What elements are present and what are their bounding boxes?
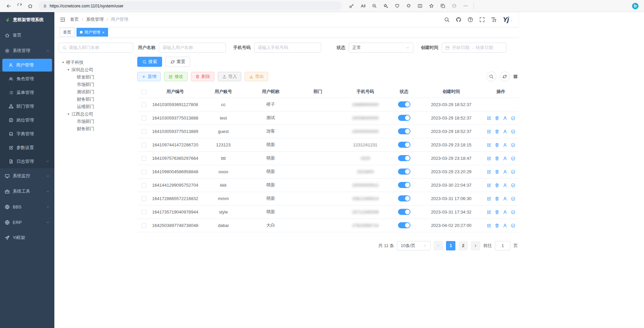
- password-key-icon[interactable]: [346, 1, 357, 11]
- page-size-select[interactable]: 10条/页: [397, 241, 431, 250]
- prev-page-button[interactable]: [434, 241, 443, 250]
- app-logo[interactable]: 意框架管理系统: [0, 12, 54, 28]
- next-page-button[interactable]: [471, 241, 480, 250]
- fullscreen-icon[interactable]: [479, 17, 485, 22]
- page-button[interactable]: 2: [458, 241, 468, 250]
- check-action-icon[interactable]: [511, 196, 515, 201]
- edit-button[interactable]: 修改: [164, 72, 188, 81]
- tree-node[interactable]: 橙子科技: [59, 59, 137, 66]
- sidebar-item-menu-mgmt[interactable]: 菜单管理: [0, 86, 54, 99]
- delete-action-icon[interactable]: [495, 129, 499, 134]
- status-toggle[interactable]: [398, 169, 410, 175]
- user-avatar[interactable]: Yj: [503, 16, 513, 23]
- status-toggle[interactable]: [398, 182, 410, 188]
- status-toggle[interactable]: [398, 209, 410, 215]
- edit-action-icon[interactable]: [487, 196, 491, 201]
- row-checkbox[interactable]: [142, 210, 146, 215]
- phone-input[interactable]: 请输入手机号码: [254, 43, 321, 53]
- delete-action-icon[interactable]: [495, 196, 499, 201]
- delete-action-icon[interactable]: [495, 210, 499, 215]
- sidebar-item-param-settings[interactable]: 参数设置: [0, 141, 54, 154]
- tree-node[interactable]: 测试部门: [59, 88, 137, 96]
- export-button[interactable]: 导出: [245, 72, 268, 81]
- delete-action-icon[interactable]: [495, 156, 499, 161]
- goto-page-input[interactable]: 1: [495, 241, 510, 250]
- breadcrumb-item[interactable]: 系统管理: [86, 16, 104, 22]
- sidebar-item-dict-mgmt[interactable]: 字典管理: [0, 127, 54, 141]
- sidebar-item-erp[interactable]: ERP: [0, 215, 54, 230]
- column-settings-icon[interactable]: [513, 74, 518, 79]
- add-button[interactable]: 新增: [137, 72, 161, 81]
- user-action-icon[interactable]: [503, 170, 507, 174]
- refresh-table-icon[interactable]: [500, 72, 510, 82]
- sidebar-item-yi-framework[interactable]: Yi框架: [0, 230, 54, 245]
- caret-down-icon[interactable]: [67, 112, 70, 116]
- check-action-icon[interactable]: [511, 183, 515, 188]
- edit-action-icon[interactable]: [487, 156, 491, 161]
- sidebar-item-system-mgmt[interactable]: 系统管理: [0, 43, 54, 58]
- browser-essentials-icon[interactable]: [392, 1, 402, 11]
- browser-back-icon[interactable]: [3, 1, 14, 11]
- status-toggle[interactable]: [398, 101, 410, 107]
- tree-node[interactable]: 市场部门: [59, 118, 137, 125]
- copilot-bing-icon[interactable]: b: [630, 1, 641, 11]
- close-icon[interactable]: ×: [102, 30, 105, 35]
- delete-button[interactable]: 删除: [191, 72, 214, 81]
- browser-reload-icon[interactable]: [14, 1, 25, 11]
- check-action-icon[interactable]: [511, 170, 515, 174]
- caret-down-icon[interactable]: [67, 68, 70, 72]
- favorites-icon[interactable]: [426, 1, 437, 11]
- status-toggle[interactable]: [398, 195, 410, 201]
- delete-action-icon[interactable]: [495, 170, 499, 174]
- check-action-icon[interactable]: [511, 210, 515, 215]
- edit-action-icon[interactable]: [487, 170, 491, 174]
- reset-button[interactable]: 重置: [165, 57, 190, 67]
- zoom-icon[interactable]: [369, 1, 380, 11]
- user-action-icon[interactable]: [503, 129, 507, 134]
- row-checkbox[interactable]: [142, 196, 146, 201]
- tree-node[interactable]: 研发部门: [59, 74, 137, 81]
- split-screen-icon[interactable]: [414, 1, 425, 11]
- sidebar-item-log-mgmt[interactable]: 日志管理: [0, 154, 54, 168]
- profile-avatar-icon[interactable]: [449, 1, 459, 11]
- search-icon[interactable]: [444, 17, 450, 22]
- import-button[interactable]: 导入: [218, 72, 241, 81]
- read-aloud-icon[interactable]: [357, 1, 368, 11]
- user-action-icon[interactable]: [503, 196, 507, 201]
- status-toggle[interactable]: [398, 222, 410, 228]
- search-toggle-icon[interactable]: [486, 72, 496, 82]
- select-all-checkbox[interactable]: [142, 90, 146, 94]
- status-toggle[interactable]: [398, 142, 410, 148]
- help-icon[interactable]: [467, 17, 473, 22]
- delete-action-icon[interactable]: [495, 116, 499, 121]
- sidebar-item-dept-mgmt[interactable]: 部门管理: [0, 99, 54, 113]
- row-checkbox[interactable]: [142, 170, 146, 174]
- check-action-icon[interactable]: [511, 129, 515, 134]
- edit-action-icon[interactable]: [487, 129, 491, 134]
- collapse-sidebar-icon[interactable]: [60, 17, 65, 22]
- tree-node[interactable]: 运维部门: [59, 103, 137, 110]
- row-checkbox[interactable]: [142, 116, 146, 121]
- check-action-icon[interactable]: [511, 143, 515, 147]
- check-action-icon[interactable]: [511, 223, 515, 228]
- caret-down-icon[interactable]: [61, 61, 65, 64]
- delete-action-icon[interactable]: [495, 143, 499, 147]
- tree-node[interactable]: 市场部门: [59, 81, 137, 88]
- browser-home-icon[interactable]: [25, 1, 36, 11]
- edit-action-icon[interactable]: [487, 223, 491, 228]
- row-checkbox[interactable]: [142, 102, 146, 107]
- tree-node[interactable]: 深圳总公司: [59, 66, 137, 74]
- status-select[interactable]: 正常: [349, 43, 413, 53]
- tree-node[interactable]: 财务部门: [59, 125, 137, 133]
- tree-node[interactable]: 财务部门: [59, 96, 137, 103]
- row-checkbox[interactable]: [142, 183, 146, 188]
- user-action-icon[interactable]: [503, 143, 507, 147]
- tag-inactive[interactable]: 首页: [60, 28, 75, 37]
- row-checkbox[interactable]: [142, 143, 146, 147]
- edit-action-icon[interactable]: [487, 210, 491, 215]
- sidebar-item-system-tools[interactable]: 系统工具: [0, 184, 54, 199]
- sidebar-item-home[interactable]: 首页: [0, 28, 54, 43]
- add-favorite-icon[interactable]: [380, 1, 391, 11]
- user-action-icon[interactable]: [503, 156, 507, 161]
- row-checkbox[interactable]: [142, 129, 146, 134]
